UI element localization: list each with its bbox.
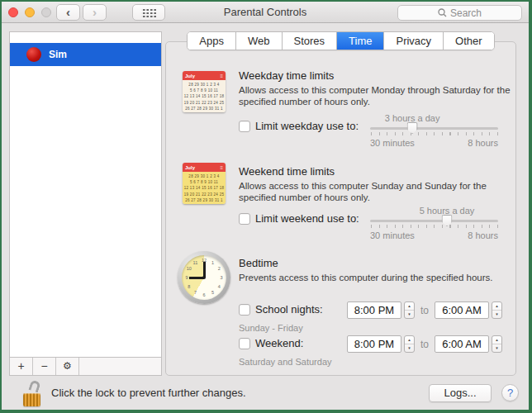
school-nights-to-field[interactable]: 6:00 AM [435,301,489,319]
weekend-slider-ticks [371,225,498,228]
weekend-slider-track[interactable] [370,220,498,222]
weekday-slider: 3 hours a day 30 minutes 8 hours [370,113,498,150]
bedtime-section-title: Bedtime [239,257,278,269]
weekday-calendar-icon: July ≡ 28 29 30 1 2 3 4 5 6 7 8 9 10 11 … [183,71,226,112]
bedtime-weekend-to-field[interactable]: 6:00 AM [435,335,489,353]
parental-controls-window: Parental Controls ‹ › Search Sim [2,2,529,410]
weekend-section-description: Allows access to this computer Sunday an… [239,180,517,203]
clock-face: 121234567891011 [182,255,226,300]
calendar-menu-icon: ≡ [220,165,223,170]
bedtime-weekend-to-word: to [420,339,429,350]
bedtime-weekend-from-stepper[interactable]: ▲ ▼ [404,335,415,353]
title-bar: Parental Controls ‹ › Search [2,2,529,23]
weekend-limit-row: Limit weekend use to: [239,212,359,225]
bedtime-weekend-from-field[interactable]: 8:00 PM [347,335,401,353]
traffic-lights [8,7,51,17]
calendar-row: 28 29 30 1 2 3 4 [183,173,226,179]
weekend-slider-min-label: 30 minutes [370,230,415,240]
clock-number: 6 [202,292,205,297]
weekday-slider-track[interactable] [370,127,498,130]
school-nights-sub-label: Sunday - Friday [239,323,303,333]
sidebar-item-sim[interactable]: Sim [10,43,161,66]
weekday-limit-checkbox[interactable] [239,121,250,132]
tab-bar: Apps Web Stores Time Privacy Other [165,31,516,50]
close-button[interactable] [8,7,18,17]
calendar-row: 5 6 7 8 9 10 11 [183,179,226,185]
stepper-up-icon[interactable]: ▲ [405,336,414,344]
calendar-row: 12 13 14 15 16 17 18 [183,93,226,99]
tab-apps[interactable]: Apps [188,32,236,50]
school-nights-to-word: to [420,305,429,316]
tab-stores[interactable]: Stores [283,32,338,50]
calendar-row: 19 20 21 22 23 24 25 [183,100,226,106]
calendar-grid: 28 29 30 1 2 3 4 5 6 7 8 9 10 11 12 13 1… [183,172,226,204]
school-nights-to-stepper[interactable]: ▲ ▼ [492,301,502,319]
calendar-row: 12 13 14 15 16 17 18 [183,185,226,191]
lock-body [23,393,40,406]
zoom-button[interactable] [41,7,51,17]
weekend-slider-max-label: 8 hours [468,230,498,240]
weekend-slider-value: 5 hours a day [420,206,475,216]
user-avatar [26,47,41,62]
weekend-slider: 5 hours a day 30 minutes 8 hours [370,206,498,242]
user-sidebar: Sim + − ⚙ [9,31,162,376]
calendar-row: 19 20 21 22 23 24 25 [183,192,226,197]
school-nights-checkbox[interactable] [239,304,250,316]
lock-icon[interactable] [23,380,43,406]
search-icon [438,8,447,17]
school-nights-from-stepper[interactable]: ▲ ▼ [404,301,415,319]
school-nights-time-group: 8:00 PM ▲ ▼ to 6:00 AM ▲ ▼ [347,301,502,319]
tab-privacy[interactable]: Privacy [384,32,444,50]
weekday-slider-min-label: 30 minutes [370,138,415,148]
clock-number: 10 [187,266,192,271]
show-all-button[interactable] [132,4,165,21]
calendar-row: 28 29 30 1 2 3 4 [183,82,226,88]
weekday-slider-ticks [371,132,498,135]
weekday-limit-row: Limit weekday use to: [239,120,359,132]
tab-web[interactable]: Web [236,32,283,50]
bedtime-section-description: Prevents access to this computer during … [239,272,517,283]
weekend-slider-range-labels: 30 minutes 8 hours [370,230,498,240]
search-input[interactable]: Search [397,5,522,21]
search-placeholder: Search [450,7,482,19]
stepper-up-icon[interactable]: ▲ [405,302,414,311]
stepper-up-icon[interactable]: ▲ [492,336,501,344]
time-panel: July ≡ 28 29 30 1 2 3 4 5 6 7 8 9 10 11 … [165,41,516,376]
stepper-down-icon[interactable]: ▼ [405,344,414,352]
stepper-down-icon[interactable]: ▼ [492,344,501,352]
calendar-row: 26 27 28 29 30 31 1 [183,197,226,203]
bedtime-weekend-row: Weekend: [239,337,303,349]
logs-button[interactable]: Logs... [429,384,492,402]
forward-button[interactable]: › [83,4,107,21]
clock-number: 4 [218,284,221,289]
tab-other[interactable]: Other [444,32,494,50]
bedtime-weekend-to-stepper[interactable]: ▲ ▼ [492,335,502,353]
bedtime-weekend-checkbox[interactable] [239,338,250,349]
stepper-up-icon[interactable]: ▲ [492,302,501,311]
weekday-section-description: Allows access to this computer Monday th… [239,84,517,107]
clock-number: 12 [202,258,207,263]
add-user-button[interactable]: + [10,358,33,375]
stepper-down-icon[interactable]: ▼ [492,311,501,318]
school-nights-label: School nights: [255,303,323,316]
back-button[interactable]: ‹ [56,4,80,21]
clock-number: 8 [188,284,190,289]
school-nights-from-field[interactable]: 8:00 PM [347,301,401,319]
tab-segmented-control: Apps Web Stores Time Privacy Other [187,31,494,50]
grid-icon [141,7,156,17]
minimize-button[interactable] [25,7,35,17]
calendar-header: July ≡ [183,163,226,172]
bedtime-weekend-label: Weekend: [255,337,303,349]
bedtime-weekend-sub-label: Saturday and Saturday [239,357,332,367]
weekend-limit-checkbox[interactable] [239,213,250,225]
remove-user-button[interactable]: − [33,358,56,375]
calendar-row: 5 6 7 8 9 10 11 [183,88,226,93]
lock-message: Click the lock to prevent further change… [51,387,429,399]
clock-number: 3 [221,275,223,280]
weekday-limit-label: Limit weekday use to: [255,120,359,132]
calendar-month-label: July [185,74,195,78]
help-button[interactable]: ? [501,384,519,401]
action-gear-button[interactable]: ⚙ [56,358,79,375]
stepper-down-icon[interactable]: ▼ [405,311,414,318]
tab-time[interactable]: Time [337,32,384,50]
